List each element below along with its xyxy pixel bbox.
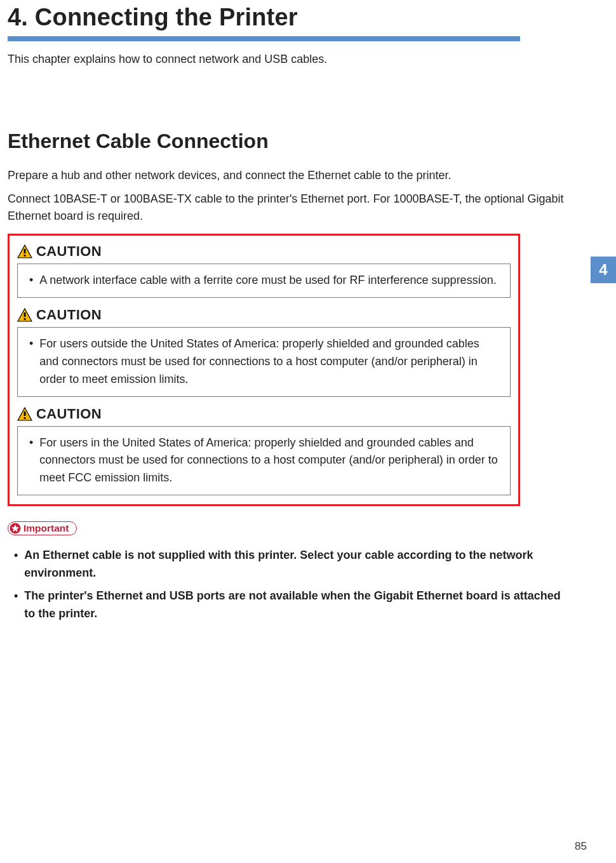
chapter-intro: This chapter explains how to connect net… (8, 53, 572, 66)
section-title: Ethernet Cable Connection (8, 130, 572, 153)
important-tag: Important (8, 521, 77, 535)
caution-heading: CAUTION (17, 243, 511, 260)
bullet-icon: • (8, 547, 18, 582)
caution-box: • A network interface cable with a ferri… (17, 264, 511, 298)
svg-rect-5 (24, 318, 26, 320)
caution-text: For users in the United States of Americ… (39, 434, 501, 488)
svg-rect-4 (24, 312, 26, 317)
warning-triangle-icon (17, 308, 32, 322)
warning-triangle-icon (17, 244, 32, 258)
caution-heading: CAUTION (17, 307, 511, 323)
svg-rect-7 (24, 411, 26, 416)
svg-rect-8 (24, 417, 26, 419)
bullet-icon: • (23, 434, 33, 488)
bullet-icon: • (23, 272, 33, 290)
page-number: 85 (575, 840, 587, 853)
caution-label: CAUTION (36, 243, 102, 260)
bullet-icon: • (8, 587, 18, 623)
important-item: • The printer's Ethernet and USB ports a… (8, 587, 572, 623)
caution-box: • For users in the United States of Amer… (17, 426, 511, 496)
important-list: • An Ethernet cable is not supplied with… (8, 547, 572, 623)
important-text: An Ethernet cable is not supplied with t… (24, 547, 572, 582)
caution-highlight-block: CAUTION • A network interface cable with… (8, 234, 520, 506)
important-item: • An Ethernet cable is not supplied with… (8, 547, 572, 582)
chapter-title: 4. Connecting the Printer (8, 4, 572, 31)
important-text: The printer's Ethernet and USB ports are… (24, 587, 572, 623)
caution-heading: CAUTION (17, 406, 511, 422)
bullet-icon: • (23, 335, 33, 389)
caution-box: • For users outside the United States of… (17, 327, 511, 397)
star-badge-icon (10, 523, 21, 534)
section-paragraph-2: Connect 10BASE-T or 100BASE-TX cable to … (8, 191, 566, 225)
caution-item: • For users in the United States of Amer… (23, 434, 501, 488)
warning-triangle-icon (17, 407, 32, 421)
caution-text: For users outside the United States of A… (39, 335, 501, 389)
svg-rect-2 (24, 255, 26, 257)
title-underline (8, 36, 520, 41)
caution-item: • A network interface cable with a ferri… (23, 272, 501, 290)
caution-label: CAUTION (36, 406, 102, 422)
page-content: 4. Connecting the Printer This chapter e… (0, 4, 616, 623)
caution-item: • For users outside the United States of… (23, 335, 501, 389)
section-paragraph-1: Prepare a hub and other network devices,… (8, 167, 566, 184)
svg-rect-1 (24, 249, 26, 253)
caution-text: A network interface cable with a ferrite… (39, 272, 496, 290)
important-label: Important (23, 523, 69, 534)
caution-label: CAUTION (36, 307, 102, 323)
